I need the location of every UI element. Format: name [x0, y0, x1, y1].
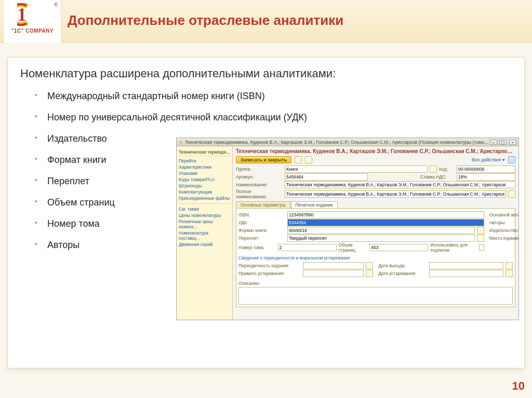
label-desc: Описание: [238, 281, 285, 286]
app-main: Техническая термодинамика. Кудинов В.А.;… [233, 146, 518, 320]
content: Номенклатура расширена дополнительными а… [7, 57, 525, 368]
vat-field[interactable] [457, 173, 515, 181]
label-pages: Объем страниц: [339, 242, 368, 253]
picker-icon[interactable] [508, 190, 515, 198]
label-obsdate: Дата устаревания: [378, 271, 427, 276]
label-period: Периодичность издания: [238, 263, 301, 268]
form-title: Техническая термодинамика. Кудинов В.А.;… [236, 148, 515, 154]
code-field[interactable] [457, 166, 515, 173]
label-code: Код: [439, 167, 455, 172]
label-releasedate: Дата выхода: [378, 263, 427, 268]
sidebar-item[interactable]: Характеристики [179, 164, 230, 170]
sidebar-item[interactable]: Присоединенные файлы [179, 195, 230, 201]
label-name: Наименование: [236, 182, 283, 187]
label-authors: Авторы: [489, 220, 518, 225]
calendar-icon[interactable] [506, 262, 513, 269]
sidebar-item[interactable]: Розничные цены номенк... [179, 218, 230, 230]
tab-main-params[interactable]: Основные параметры [236, 201, 290, 208]
fullname-field[interactable] [285, 190, 506, 198]
picker-icon[interactable] [366, 270, 373, 277]
udk-field[interactable] [287, 219, 484, 226]
releasedate-field[interactable] [429, 262, 503, 269]
tabs: Основные параметры Печатное издание [236, 201, 515, 208]
save-close-button[interactable]: Записать и закрыть [236, 156, 291, 163]
label-volno: Номер тома: [238, 245, 276, 250]
sidebar-item[interactable]: Перейти [179, 158, 230, 164]
period-field[interactable] [303, 262, 364, 269]
window-controls: ‒ ▢ × [489, 140, 516, 145]
sidebar-item[interactable]: Коды товара/PLU [179, 176, 230, 183]
label-sku: Артикул: [236, 174, 283, 180]
label-sub: Использовать для подписки: [430, 242, 476, 253]
registered-icon: ® [54, 2, 58, 8]
isbn-field[interactable] [287, 211, 484, 218]
description-area[interactable] [238, 287, 513, 305]
window-close-icon[interactable]: × [509, 140, 516, 145]
obsdate-field[interactable] [429, 270, 503, 277]
window-min-icon[interactable]: ‒ [490, 140, 497, 145]
picker-icon[interactable] [477, 235, 484, 242]
label-obsrule: Правило устаревания: [238, 271, 301, 276]
group-obsolescence: Сведения о периодичности и моральном уст… [238, 255, 513, 260]
sidebar-item[interactable]: Упаковки [179, 170, 230, 176]
label-isbn: ISBN: [238, 212, 285, 217]
intro-text: Номенклатура расширена дополнительными а… [20, 67, 512, 80]
sidebar-item[interactable]: Движения серий [179, 241, 230, 248]
logo: ® 1 "1C" COMPANY [4, 0, 61, 43]
bullet-item: Международный стандартный номер книги (I… [47, 86, 512, 107]
bind-field[interactable] [287, 235, 475, 242]
sku-field[interactable] [285, 173, 368, 181]
tab-print-edition[interactable]: Печатное издание [291, 201, 338, 208]
sidebar-head: Техническая термоди... [179, 148, 230, 156]
label-place: Место издания: [489, 236, 518, 241]
picker-icon[interactable] [366, 262, 373, 269]
slide-title: Дополнительные отраслевые аналитики [68, 12, 343, 29]
subscribe-checkbox[interactable] [479, 244, 484, 251]
picker-icon[interactable] [430, 166, 437, 173]
volno-field[interactable] [278, 244, 337, 251]
app-window: ★ Техническая термодинамика. Кудинов В.А… [176, 138, 519, 320]
format-field[interactable] [287, 227, 475, 234]
help-icon[interactable] [508, 156, 515, 163]
tab-body: ISBN: УДК: Формат книги: Переплет: Номер… [236, 208, 515, 307]
name-field[interactable] [285, 181, 515, 188]
bullet-item: Номер по универсальной десятичной класси… [47, 107, 512, 128]
picker-icon[interactable] [477, 227, 484, 234]
label-udk: УДК: [238, 220, 285, 225]
obsrule-field[interactable] [303, 270, 364, 277]
label-format: Формат книги: [238, 228, 285, 233]
sidebar-item[interactable]: Штрихкоды [179, 183, 230, 189]
sidebar-item[interactable]: См. также [179, 206, 230, 212]
app-sidebar: Техническая термоди... Перейти Характери… [177, 146, 233, 320]
pages-field[interactable] [369, 244, 428, 251]
logo-caption: "1C" COMPANY [4, 28, 61, 34]
label-author: Основной автор: [489, 212, 518, 217]
window-star-icon[interactable]: ★ [179, 140, 183, 145]
window-titlebar[interactable]: ★ Техническая термодинамика. Кудинов В.А… [177, 138, 518, 146]
label-fullname: Полное наименование: [236, 189, 283, 199]
page-number: 10 [512, 379, 525, 393]
toolbar: Записать и закрыть Все действия ▾ [236, 156, 515, 163]
sidebar-item[interactable]: Номенклатура поставщ... [179, 230, 230, 241]
window-max-icon[interactable]: ▢ [499, 140, 507, 145]
refresh-icon[interactable] [305, 156, 312, 163]
slide-header: ® 1 "1C" COMPANY Дополнительные отраслев… [0, 0, 532, 43]
label-publisher: Издательство: [489, 228, 518, 233]
label-vat: Ставка НДС: [420, 174, 455, 180]
calendar-icon[interactable] [506, 270, 513, 277]
save-icon[interactable] [295, 156, 302, 163]
sidebar-item[interactable]: Комплектующие [179, 189, 230, 195]
all-actions-menu[interactable]: Все действия ▾ [472, 157, 505, 162]
window-title: Техническая термодинамика. Кудинов В.А.;… [185, 140, 489, 145]
label-bind: Переплет: [238, 236, 285, 241]
group-field[interactable] [285, 166, 428, 173]
sidebar-item[interactable]: Цены номенклатуры [179, 212, 230, 218]
label-group: Группа: [236, 167, 283, 172]
